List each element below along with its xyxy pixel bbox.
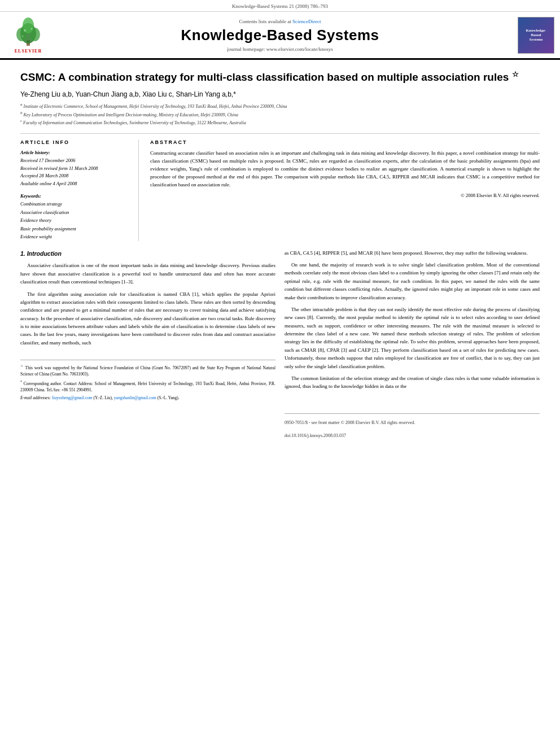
authors-line: Ye-Zheng Liu a,b, Yuan-Chun Jiang a,b, X… (20, 90, 540, 98)
section1-heading: 1. Introduction (20, 249, 275, 259)
bottom-copyright: 0950-7051/$ - see front matter © 2008 El… (285, 420, 540, 427)
elsevier-logo: ELSEVIER (6, 16, 51, 54)
svg-point-6 (31, 28, 33, 30)
keyword-4: Basic probability assignment (20, 225, 130, 233)
authors-text: Ye-Zheng Liu a,b, Yuan-Chun Jiang a,b, X… (20, 90, 236, 98)
svg-point-5 (24, 29, 26, 32)
abstract-text: Constructing accurate classifier based o… (150, 150, 540, 189)
journal-header: ELSEVIER Contents lists available at Sci… (0, 12, 560, 60)
footnote-star: ☆ This work was supported by the Nationa… (20, 363, 275, 377)
history-received: Received 17 December 2006 (20, 157, 130, 165)
article-info-col: ARTICLE INFO Article history: Received 1… (20, 139, 139, 241)
keyword-2: Associative classification (20, 208, 130, 216)
right-para4: The common limitation of the selection s… (285, 374, 540, 391)
footnote-email: E-mail addresses: liuyezheng@gmail.com (… (20, 395, 275, 401)
abstract-copyright: © 2008 Elsevier B.V. All rights reserved… (150, 193, 540, 198)
left-col: 1. Introduction Associative classificati… (20, 249, 275, 440)
elsevier-label: ELSEVIER (15, 49, 42, 54)
article-info-title: ARTICLE INFO (20, 139, 130, 145)
journal-homepage: journal homepage: www.elsevier.com/locat… (51, 46, 509, 52)
keyword-3: Evidence theory (20, 216, 130, 224)
svg-point-7 (22, 36, 24, 37)
article-body: CSMC: A combination strategy for multi-c… (0, 60, 560, 449)
article-title-text: CSMC: A combination strategy for multi-c… (20, 71, 509, 83)
bottom-copyright-section: 0950-7051/$ - see front matter © 2008 El… (285, 413, 540, 440)
email-link-2[interactable]: yangshanlin@gmail.com (114, 395, 156, 400)
journal-title: Knowledge-Based Systems (51, 27, 509, 44)
affiliation-b: b Key Laboratory of Process Optimization… (20, 110, 540, 119)
right-para2: On one hand, the majority of research wo… (285, 261, 540, 302)
history-accepted: Accepted 28 March 2008 (20, 172, 130, 180)
journal-logo-right: Knowledge-BasedSystems (509, 17, 554, 54)
abstract-paragraph: Constructing accurate classifier based o… (150, 150, 540, 189)
abstract-title: ABSTRACT (150, 139, 540, 145)
doi-text: doi:10.1016/j.knosys.2008.03.037 (285, 433, 540, 440)
affiliations: a Institute of Electronic Commerce, Scho… (20, 102, 540, 126)
footnote-divider (20, 360, 275, 360)
journal-center: Contents lists available at ScienceDirec… (51, 19, 509, 52)
journal-ref-text: Knowledge-Based Systems 21 (2008) 786–79… (232, 3, 328, 9)
main-content: 1. Introduction Associative classificati… (20, 249, 540, 440)
email-link-1[interactable]: liuyezheng@gmail.com (52, 395, 93, 400)
article-title: CSMC: A combination strategy for multi-c… (20, 70, 540, 85)
divider (20, 133, 540, 134)
bottom-divider (285, 413, 540, 414)
history-label: Article history: (20, 150, 130, 155)
affiliation-a: a Institute of Electronic Commerce, Scho… (20, 102, 540, 110)
history-revised: Received in revised form 11 March 2008 (20, 165, 130, 173)
title-star: ☆ (512, 70, 519, 78)
journal-logo-box: Knowledge-BasedSystems (518, 17, 554, 54)
history-online: Available online 4 April 2008 (20, 180, 130, 188)
keywords-label: Keywords: (20, 193, 130, 199)
right-col: as CBA, C4.5 [4], RIPPER [5], and MCAR [… (285, 249, 540, 440)
footnotes-section: ☆ This work was supported by the Nationa… (20, 351, 275, 401)
affiliation-c: c Faculty of Information and Communicati… (20, 118, 540, 126)
sciencedirect-link[interactable]: ScienceDirect (292, 19, 321, 24)
right-para3: The other intractable problem is that th… (285, 305, 540, 370)
keyword-1: Combination strategy (20, 200, 130, 208)
contents-available: Contents lists available at ScienceDirec… (51, 19, 509, 24)
intro-para1: Associative classification is one of the… (20, 261, 275, 286)
right-para1: as CBA, C4.5 [4], RIPPER [5], and MCAR [… (285, 249, 540, 257)
journal-reference: Knowledge-Based Systems 21 (2008) 786–79… (0, 0, 560, 12)
info-abstract-row: ARTICLE INFO Article history: Received 1… (20, 139, 540, 241)
abstract-col: ABSTRACT Constructing accurate classifie… (150, 139, 540, 241)
intro-para2: The first algorithm using association ru… (20, 290, 275, 347)
elsevier-tree-icon (11, 16, 45, 47)
keyword-5: Evidence weight (20, 233, 130, 241)
footnote-corresponding: * Corresponding author. Contact Address:… (20, 379, 275, 393)
